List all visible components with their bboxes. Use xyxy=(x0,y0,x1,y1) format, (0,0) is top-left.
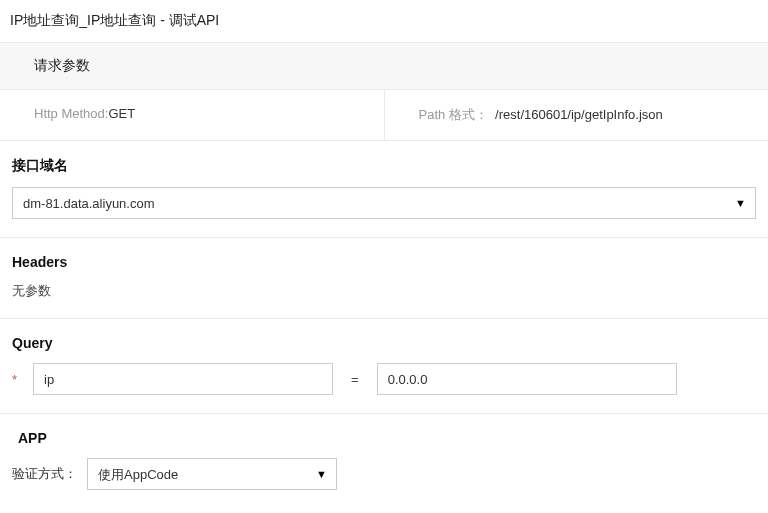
path-label: Path 格式： xyxy=(419,107,488,122)
auth-row: 验证方式： 使用AppCode ▼ xyxy=(12,458,756,490)
headers-label: Headers xyxy=(12,254,756,270)
query-section: Query * = xyxy=(0,319,768,414)
domain-label: 接口域名 xyxy=(12,157,756,175)
auth-select[interactable]: 使用AppCode xyxy=(87,458,337,490)
headers-text: 无参数 xyxy=(12,282,756,300)
auth-label: 验证方式： xyxy=(12,465,77,483)
path-cell: Path 格式： /rest/160601/ip/getIpInfo.json xyxy=(385,90,769,140)
app-label: APP xyxy=(12,430,756,446)
request-params-header: 请求参数 xyxy=(0,42,768,90)
http-method-value: GET xyxy=(108,106,135,121)
page-title: IP地址查询_IP地址查询 - 调试API xyxy=(0,0,768,42)
domain-select-wrap: dm-81.data.aliyun.com ▼ xyxy=(12,187,756,219)
equals-sign: = xyxy=(345,372,365,387)
query-value-input[interactable] xyxy=(377,363,677,395)
domain-select[interactable]: dm-81.data.aliyun.com xyxy=(12,187,756,219)
query-label: Query xyxy=(12,335,756,351)
domain-section: 接口域名 dm-81.data.aliyun.com ▼ xyxy=(0,141,768,238)
required-indicator: * xyxy=(12,372,21,387)
path-value: /rest/160601/ip/getIpInfo.json xyxy=(495,107,663,122)
method-path-row: Http Method:GET Path 格式： /rest/160601/ip… xyxy=(0,90,768,141)
http-method-label: Http Method: xyxy=(34,106,108,121)
query-row: * = xyxy=(12,363,756,395)
query-key-input[interactable] xyxy=(33,363,333,395)
http-method-cell: Http Method:GET xyxy=(0,90,385,140)
app-section: APP 验证方式： 使用AppCode ▼ xyxy=(0,414,768,508)
headers-section: Headers 无参数 xyxy=(0,238,768,319)
